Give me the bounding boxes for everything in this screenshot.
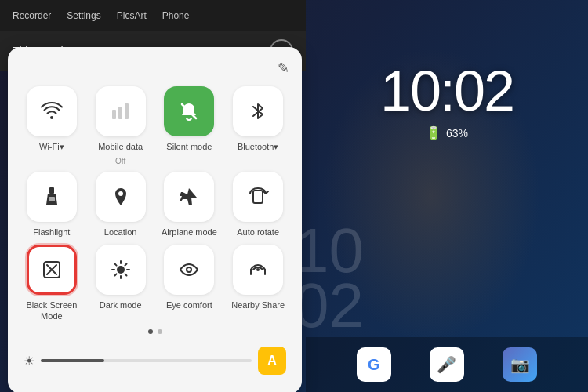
- qs-tile-eye-comfort[interactable]: Eye comfort: [158, 245, 221, 322]
- top-bar-apps: Recorder Settings PicsArt Phone: [13, 10, 189, 21]
- brightness-row: ☀ A: [20, 340, 289, 381]
- wifi-label: Wi-Fi▾: [39, 141, 64, 152]
- svg-line-17: [125, 274, 126, 275]
- svg-rect-4: [49, 187, 54, 194]
- black-screen-label: Black Screen Mode: [20, 299, 83, 322]
- nearby-share-label: Nearby Share: [231, 299, 285, 310]
- top-app-bar: Recorder Settings PicsArt Phone: [0, 0, 306, 31]
- qs-tile-black-screen[interactable]: Black Screen Mode: [20, 245, 83, 322]
- bluetooth-icon: [233, 86, 283, 136]
- quick-settings-panel: ✎ Wi-Fi▾ Mob: [8, 47, 302, 392]
- qs-tile-location[interactable]: Location: [89, 172, 152, 238]
- qs-grid-row2: Flashlight Location Airplane mode: [20, 172, 289, 238]
- flashlight-label: Flashlight: [33, 227, 70, 238]
- bottom-dock: G 🎤 📷: [306, 337, 588, 392]
- qs-tile-auto-rotate[interactable]: Auto rotate: [227, 172, 289, 238]
- eye-comfort-label: Eye comfort: [166, 299, 212, 310]
- svg-rect-1: [118, 107, 122, 119]
- brightness-icon: ☀: [24, 354, 34, 368]
- dark-mode-label: Dark mode: [100, 299, 142, 310]
- dock-icon-google[interactable]: G: [357, 347, 391, 382]
- location-icon: [96, 172, 146, 222]
- clock-time: 10:02: [380, 63, 514, 119]
- auto-rotate-icon: [233, 172, 283, 222]
- mobile-data-label: Mobile data: [98, 141, 143, 152]
- svg-line-19: [114, 274, 116, 275]
- qs-tile-nearby-share[interactable]: Nearby Share: [227, 245, 289, 322]
- silent-mode-icon: [164, 86, 214, 136]
- top-bar-app-picsart[interactable]: PicsArt: [117, 10, 147, 21]
- svg-point-6: [118, 191, 123, 196]
- a-button[interactable]: A: [258, 347, 286, 375]
- qs-tile-flashlight[interactable]: Flashlight: [20, 172, 83, 238]
- nearby-share-icon: [233, 245, 283, 295]
- qs-header: ✎: [20, 60, 289, 77]
- page-dots: [20, 329, 289, 334]
- qs-tile-wifi[interactable]: Wi-Fi▾: [20, 86, 83, 165]
- qs-grid-row3: Black Screen Mode Dark mode: [20, 245, 289, 322]
- clock-battery: 🔋 63%: [426, 125, 468, 140]
- edit-icon[interactable]: ✎: [278, 60, 289, 77]
- eye-comfort-icon: [164, 245, 214, 295]
- qs-grid-row1: Wi-Fi▾ Mobile data Off: [20, 86, 289, 165]
- wifi-icon: [27, 86, 77, 136]
- dark-mode-icon: [96, 245, 146, 295]
- brightness-bar[interactable]: [41, 359, 252, 362]
- silent-mode-label: Silent mode: [166, 141, 212, 152]
- airplane-icon: [164, 172, 214, 222]
- mobile-data-sublabel: Off: [115, 157, 125, 165]
- top-bar-app-recorder[interactable]: Recorder: [13, 10, 51, 21]
- svg-point-21: [187, 268, 191, 271]
- airplane-label: Airplane mode: [162, 227, 217, 238]
- dock-icon-camera[interactable]: 📷: [503, 347, 537, 382]
- bluetooth-label: Bluetooth▾: [238, 141, 278, 152]
- location-label: Location: [104, 227, 137, 238]
- battery-percent: 63%: [446, 127, 468, 140]
- qs-tile-dark-mode[interactable]: Dark mode: [89, 245, 152, 322]
- svg-rect-2: [125, 103, 129, 119]
- black-screen-icon: [27, 245, 77, 295]
- date-month: 02: [294, 274, 364, 337]
- top-bar-app-phone[interactable]: Phone: [162, 10, 190, 21]
- auto-rotate-label: Auto rotate: [237, 227, 279, 238]
- qs-tile-mobile-data[interactable]: Mobile data Off: [89, 86, 152, 165]
- qs-tile-airplane[interactable]: Airplane mode: [158, 172, 221, 238]
- battery-icon: 🔋: [426, 125, 441, 140]
- dot-1: [148, 329, 153, 334]
- svg-point-22: [256, 268, 260, 271]
- mobile-data-icon: [96, 86, 146, 136]
- dot-2: [158, 329, 162, 334]
- flashlight-icon: [27, 172, 77, 222]
- qs-tile-silent-mode[interactable]: Silent mode: [158, 86, 221, 165]
- svg-rect-0: [112, 110, 116, 119]
- svg-rect-5: [49, 197, 55, 201]
- svg-rect-7: [253, 191, 263, 203]
- svg-line-16: [114, 263, 116, 265]
- svg-line-18: [125, 263, 126, 265]
- svg-point-11: [117, 266, 125, 274]
- qs-tile-bluetooth[interactable]: Bluetooth▾: [227, 86, 289, 165]
- top-bar-app-settings[interactable]: Settings: [67, 10, 100, 21]
- brightness-fill: [41, 359, 104, 362]
- dock-icon-mic[interactable]: 🎤: [430, 347, 464, 382]
